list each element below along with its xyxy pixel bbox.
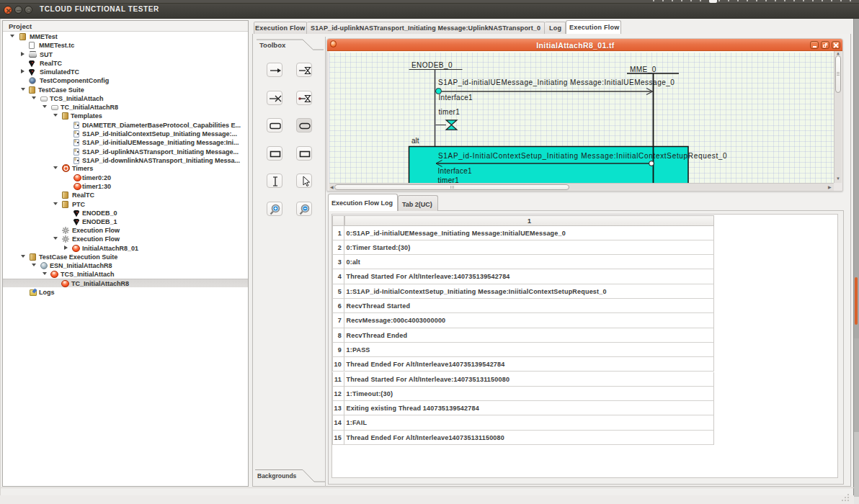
svg-text:S1AP_id-initialUEMessage_Initi: S1AP_id-initialUEMessage_Initiating Mess… <box>438 78 675 86</box>
svg-text:alt: alt <box>411 137 419 145</box>
svg-text:S1AP_id-InitialContextSetup_In: S1AP_id-InitialContextSetup_Initiating M… <box>438 152 727 160</box>
svg-text:MME_0: MME_0 <box>630 66 657 73</box>
svg-text:timer1: timer1 <box>438 176 460 183</box>
svg-text:ENODEB_0: ENODEB_0 <box>411 61 453 69</box>
svg-text:Interface1: Interface1 <box>439 94 473 102</box>
svg-text:timer1: timer1 <box>439 108 460 116</box>
svg-text:Interface1: Interface1 <box>438 167 473 175</box>
